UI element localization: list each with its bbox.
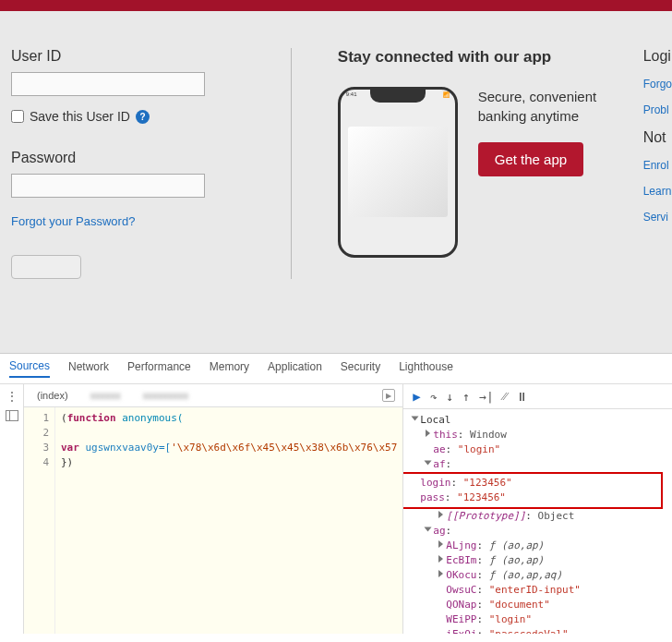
phone-illustration: 9:41📶	[338, 87, 458, 258]
devtools-left-rail: ⋮	[0, 384, 24, 634]
sidebar-link-problem[interactable]: Probl	[643, 103, 672, 116]
step-out-icon[interactable]: ↑	[462, 390, 470, 404]
devtools-tabs: Sources Network Performance Memory Appli…	[0, 354, 672, 384]
code-area[interactable]: (function anonymous( var ugswnxvaav0y=['…	[55, 407, 402, 634]
save-userid-checkbox[interactable]	[11, 110, 24, 123]
scope-pane: ▶ ↷ ↓ ↑ →| ⁄⁄ ⏸ Local this: Window ae: "…	[403, 384, 672, 634]
login-form: User ID Save this User ID ? Password For…	[11, 48, 291, 316]
file-tab-blur-1[interactable]: xxxxxx	[85, 388, 126, 403]
submit-button[interactable]	[11, 255, 81, 279]
sidebar-link-enroll[interactable]: Enrol	[643, 159, 672, 172]
scope-local-label: Local	[420, 414, 450, 426]
devtools-panel: Sources Network Performance Memory Appli…	[0, 353, 672, 642]
app-promo: Stay connected with our app 9:41📶 Secure…	[292, 48, 616, 316]
userid-input[interactable]	[11, 72, 205, 96]
sidebar-link-learn[interactable]: Learn	[643, 185, 672, 198]
save-userid-label: Save this User ID	[30, 109, 130, 124]
tab-security[interactable]: Security	[341, 360, 380, 377]
tab-application[interactable]: Application	[268, 360, 322, 377]
line-gutter: 1234	[24, 407, 55, 634]
password-input[interactable]	[11, 174, 205, 198]
tab-memory[interactable]: Memory	[210, 360, 249, 377]
more-icon[interactable]: ⋮	[6, 390, 18, 403]
tab-network[interactable]: Network	[68, 360, 109, 377]
step-into-icon[interactable]: ↓	[447, 390, 454, 404]
debugger-toolbar: ▶ ↷ ↓ ↑ →| ⁄⁄ ⏸	[403, 384, 672, 409]
sidebar-link-service[interactable]: Servi	[643, 211, 672, 224]
scope-variables[interactable]: Local this: Window ae: "login" af: login…	[403, 409, 672, 634]
sidebar-heading-login: Logi	[643, 48, 672, 65]
promo-subhead: Secure, convenient banking anytime	[478, 87, 616, 126]
deactivate-bp-icon[interactable]: ⁄⁄	[503, 389, 507, 404]
page-content: User ID Save this User ID ? Password For…	[0, 11, 672, 353]
password-label: Password	[11, 150, 263, 166]
tab-lighthouse[interactable]: Lighthouse	[399, 360, 453, 377]
sidebar-link-forgot[interactable]: Forgo	[643, 78, 672, 91]
get-app-button[interactable]: Get the app	[478, 142, 583, 176]
pause-icon[interactable]: ⏸	[516, 390, 528, 404]
sources-pane: (index) xxxxxx xxxxxxxxx ▶ 1234 (functio…	[24, 384, 403, 634]
brand-topbar	[0, 0, 672, 11]
toggle-panel-icon[interactable]	[6, 410, 18, 421]
promo-heading: Stay connected with our app	[338, 48, 616, 67]
sidebar-heading-not: Not	[643, 129, 672, 146]
file-tab-index[interactable]: (index)	[31, 388, 74, 403]
step-icon[interactable]: →|	[479, 390, 494, 404]
sidebar-links: Logi Forgo Probl Not Enrol Learn Servi	[616, 48, 672, 316]
tab-performance[interactable]: Performance	[127, 360, 191, 377]
highlighted-credentials: login: "123456" pass: "123456"	[403, 472, 663, 509]
resume-icon[interactable]: ▶	[413, 389, 420, 404]
tab-sources[interactable]: Sources	[9, 359, 50, 378]
run-icon[interactable]: ▶	[382, 389, 395, 402]
forgot-password-link[interactable]: Forgot your Password?	[11, 214, 135, 228]
step-over-icon[interactable]: ↷	[430, 390, 438, 404]
help-icon[interactable]: ?	[136, 110, 150, 124]
file-tab-blur-2[interactable]: xxxxxxxxx	[138, 388, 195, 403]
userid-label: User ID	[11, 48, 263, 65]
